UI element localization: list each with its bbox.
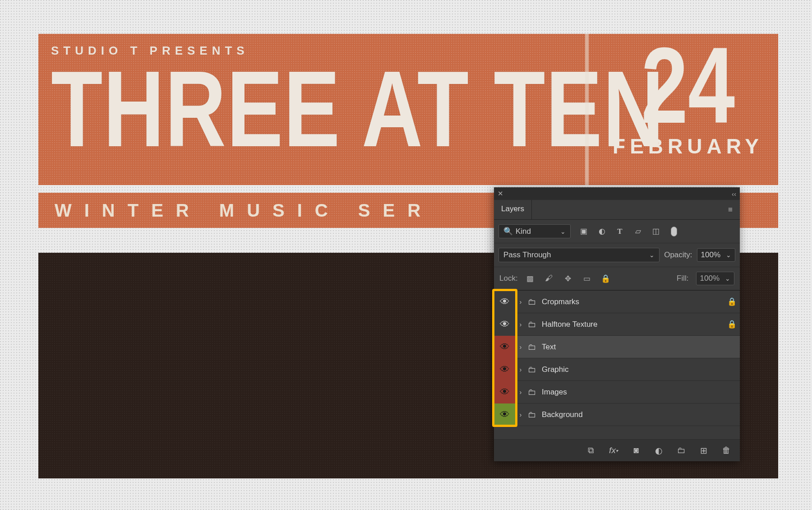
layer-row[interactable]: 👁›🗀Background xyxy=(494,403,740,426)
panel-gap xyxy=(494,426,740,440)
visibility-toggle[interactable]: 👁 xyxy=(494,403,516,426)
panel-menu-icon[interactable]: ≡ xyxy=(722,200,740,219)
filter-smartobject-icon[interactable]: ◫ xyxy=(651,227,661,236)
eye-icon: 👁 xyxy=(500,296,510,308)
filter-type-icons: ▣ ◐ T ▱ ◫ xyxy=(579,227,679,236)
close-icon[interactable]: ✕ xyxy=(498,190,503,198)
folder-icon: 🗀 xyxy=(526,365,538,375)
layer-lock-icon[interactable]: 🔒 xyxy=(724,320,740,329)
eye-icon: 👁 xyxy=(500,319,510,330)
folder-icon: 🗀 xyxy=(526,297,538,307)
filter-shape-icon[interactable]: ▱ xyxy=(633,227,643,236)
chevron-down-icon xyxy=(646,250,655,260)
folder-icon: 🗀 xyxy=(526,410,538,420)
lock-transparency-icon[interactable]: ▩ xyxy=(525,274,535,283)
poster-day-number: 24 xyxy=(618,34,758,137)
filter-type-icon[interactable]: T xyxy=(615,227,625,236)
chevron-down-icon xyxy=(723,250,731,260)
poster-divider xyxy=(585,34,589,185)
disclosure-triangle[interactable]: › xyxy=(516,388,526,396)
layer-name-label[interactable]: Images xyxy=(538,388,724,397)
layer-row[interactable]: 👁›🗀Images xyxy=(494,381,740,403)
visibility-toggle[interactable]: 👁 xyxy=(494,381,516,403)
fill-input[interactable]: 100% xyxy=(696,272,734,285)
blend-row: Pass Through Opacity: 100% xyxy=(494,243,740,267)
layers-list: 👁›🗀Cropmarks🔒👁›🗀Halftone Texture🔒👁›🗀Text… xyxy=(494,290,740,426)
filter-row: 🔍 Kind ▣ ◐ T ▱ ◫ xyxy=(494,220,740,243)
new-group-icon[interactable]: 🗀 xyxy=(676,445,687,456)
opacity-value: 100% xyxy=(701,250,720,260)
panel-titlebar[interactable]: ✕ ‹‹ xyxy=(494,187,740,200)
layer-name-label[interactable]: Background xyxy=(538,410,724,419)
filter-kind-dropdown[interactable]: 🔍 Kind xyxy=(498,224,571,238)
lock-all-icon[interactable]: 🔒 xyxy=(601,274,611,283)
new-layer-icon[interactable]: ⊞ xyxy=(698,445,709,456)
eye-icon: 👁 xyxy=(500,341,510,353)
link-layers-icon[interactable]: ⧉ xyxy=(586,445,596,456)
fill-label: Fill: xyxy=(677,274,688,283)
blend-mode-value: Pass Through xyxy=(503,250,551,260)
layers-panel[interactable]: ✕ ‹‹ Layers ≡ 🔍 Kind ▣ ◐ T ▱ ◫ Pass Thro… xyxy=(494,187,740,461)
layer-row[interactable]: 👁›🗀Text xyxy=(494,336,740,358)
lock-pixels-icon[interactable]: 🖌 xyxy=(544,274,554,283)
lock-label: Lock: xyxy=(499,274,518,283)
poster-subtitle-text: WINTER MUSIC SER xyxy=(55,200,433,221)
visibility-toggle[interactable]: 👁 xyxy=(494,313,516,336)
lock-artboard-icon[interactable]: ▭ xyxy=(582,274,592,283)
delete-layer-icon[interactable]: 🗑 xyxy=(721,445,732,456)
panel-tabs: Layers ≡ xyxy=(494,200,740,220)
disclosure-triangle[interactable]: › xyxy=(516,366,526,373)
fill-value: 100% xyxy=(700,274,720,283)
eye-icon: 👁 xyxy=(500,386,510,398)
visibility-toggle[interactable]: 👁 xyxy=(494,291,516,313)
lock-row: Lock: ▩ 🖌 ✥ ▭ 🔒 Fill: 100% xyxy=(494,267,740,290)
disclosure-triangle[interactable]: › xyxy=(516,320,526,328)
folder-icon: 🗀 xyxy=(526,342,538,352)
search-icon: 🔍 xyxy=(503,227,513,236)
layer-name-label[interactable]: Graphic xyxy=(538,365,724,374)
layer-fx-icon[interactable]: fx▾ xyxy=(608,445,619,456)
add-mask-icon[interactable]: ◙ xyxy=(631,445,641,456)
lock-position-icon[interactable]: ✥ xyxy=(563,274,573,283)
folder-icon: 🗀 xyxy=(526,320,538,329)
layer-row[interactable]: 👁›🗀Cropmarks🔒 xyxy=(494,291,740,313)
disclosure-triangle[interactable]: › xyxy=(516,411,526,418)
new-adjustment-icon[interactable]: ◐ xyxy=(653,445,664,456)
tab-layers-label: Layers xyxy=(501,204,524,213)
poster-date-block: 24 FEBRUARY xyxy=(598,34,778,185)
layer-row[interactable]: 👁›🗀Halftone Texture🔒 xyxy=(494,313,740,336)
layer-name-label[interactable]: Text xyxy=(538,343,724,352)
poster-header-band: STUDIO T PRESENTS THREE AT TEN 24 FEBRUA… xyxy=(38,34,778,185)
filter-pixel-icon[interactable]: ▣ xyxy=(579,227,589,236)
tab-layers[interactable]: Layers xyxy=(494,200,532,219)
visibility-toggle[interactable]: 👁 xyxy=(494,336,516,358)
panel-footer: ⧉ fx▾ ◙ ◐ 🗀 ⊞ 🗑 xyxy=(494,440,740,461)
layer-row[interactable]: 👁›🗀Graphic xyxy=(494,358,740,381)
layer-name-label[interactable]: Halftone Texture xyxy=(538,320,724,329)
folder-icon: 🗀 xyxy=(526,387,538,397)
disclosure-triangle[interactable]: › xyxy=(516,343,526,351)
opacity-input[interactable]: 100% xyxy=(697,248,735,262)
eye-icon: 👁 xyxy=(500,409,510,421)
filter-kind-label: Kind xyxy=(516,227,531,236)
visibility-toggle[interactable]: 👁 xyxy=(494,358,516,381)
blend-mode-dropdown[interactable]: Pass Through xyxy=(498,248,660,262)
collapse-icon[interactable]: ‹‹ xyxy=(732,190,736,198)
filter-adjustment-icon[interactable]: ◐ xyxy=(597,227,607,236)
chevron-down-icon xyxy=(722,274,730,283)
eye-icon: 👁 xyxy=(500,364,510,376)
filter-toggle-switch[interactable] xyxy=(669,227,679,236)
opacity-label: Opacity: xyxy=(664,250,692,260)
layer-lock-icon[interactable]: 🔒 xyxy=(724,297,740,306)
chevron-down-icon xyxy=(558,227,566,236)
disclosure-triangle[interactable]: › xyxy=(516,298,526,306)
layer-name-label[interactable]: Cropmarks xyxy=(538,297,724,306)
poster-title-text: THREE AT TEN xyxy=(51,60,453,158)
